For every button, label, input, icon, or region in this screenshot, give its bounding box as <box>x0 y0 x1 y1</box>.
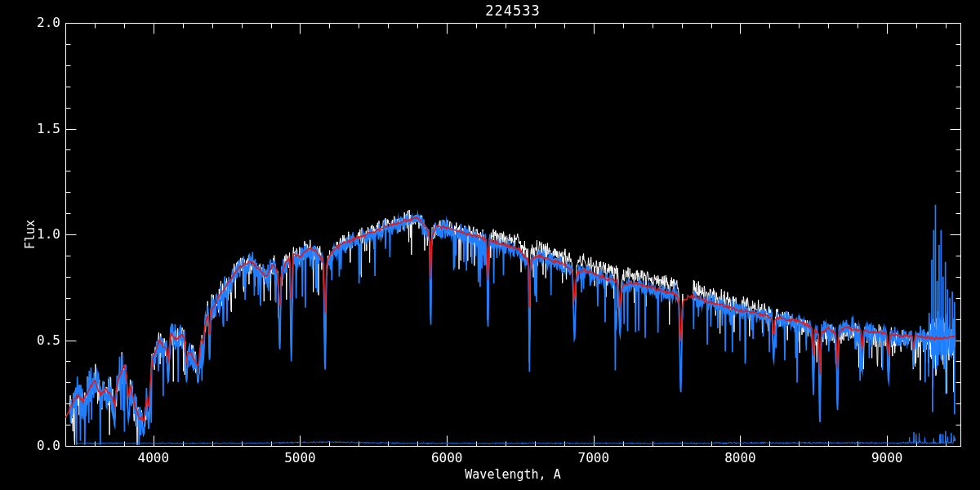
x-tick-label: 6000 <box>431 452 463 465</box>
page-title: 224533 <box>65 4 960 17</box>
x-tick-label: 4000 <box>138 452 170 465</box>
y-tick-label: 1.0 <box>0 228 60 241</box>
y-tick-label: 2.0 <box>0 16 60 29</box>
x-tick-label: 9000 <box>871 452 903 465</box>
x-axis-label: Wavelength, A <box>65 468 960 481</box>
x-tick-label: 7000 <box>578 452 610 465</box>
spectrum-figure: 224533 Wavelength, A Flux 40005000600070… <box>0 0 980 490</box>
y-tick-label: 1.5 <box>0 122 60 136</box>
x-tick-label: 8000 <box>724 452 756 465</box>
x-tick-label: 5000 <box>284 452 316 465</box>
y-tick-label: 0.5 <box>0 334 60 347</box>
spectrum-canvas <box>0 0 980 490</box>
y-tick-label: 0.0 <box>0 439 60 452</box>
